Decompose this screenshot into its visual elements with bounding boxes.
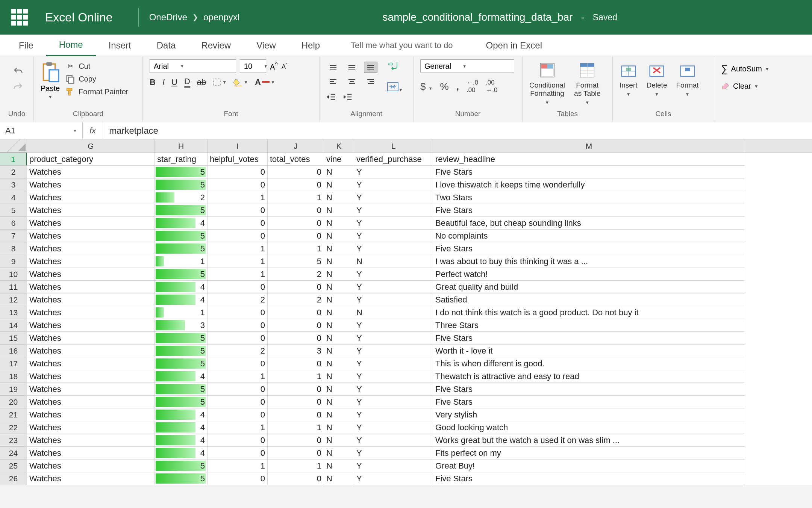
open-in-excel[interactable]: Open in Excel [471, 35, 557, 56]
clear-button[interactable]: Clear▼ [721, 82, 759, 91]
name-box[interactable]: A1▼ [0, 122, 83, 139]
cell[interactable]: Watches [27, 204, 155, 217]
row-header[interactable]: 24 [0, 447, 27, 460]
format-painter-button[interactable]: Format Painter [65, 86, 128, 97]
cell[interactable]: 1 [208, 460, 268, 472]
font-name-select[interactable]: Arial▼ [150, 59, 236, 73]
cell[interactable]: Great quality and build [433, 281, 745, 293]
cell[interactable]: Y [354, 434, 433, 447]
cell[interactable]: 0 [208, 217, 268, 230]
cell[interactable]: Very stylish [433, 408, 745, 421]
cell[interactable]: 2 [155, 191, 208, 204]
shrink-font-icon[interactable]: Aˇ [282, 62, 287, 70]
cell[interactable]: Watches [27, 408, 155, 421]
cell[interactable]: Watches [27, 370, 155, 383]
cell[interactable]: N [324, 230, 354, 242]
cell[interactable]: 0 [268, 178, 324, 191]
cell[interactable]: 5 [155, 332, 208, 345]
cell[interactable]: N [324, 434, 354, 447]
cell[interactable]: N [324, 319, 354, 332]
cell[interactable]: 0 [268, 396, 324, 408]
row-header[interactable]: 10 [0, 268, 27, 281]
italic-button[interactable]: I [162, 77, 165, 87]
cell[interactable]: N [324, 345, 354, 357]
conditional-formatting-button[interactable]: Conditional Formatting ▼ [529, 62, 565, 105]
cell[interactable]: Watches [27, 293, 155, 306]
cell[interactable]: Five Stars [433, 204, 745, 217]
cell[interactable]: Five Stars [433, 396, 745, 408]
cell[interactable]: Y [354, 421, 433, 434]
cell[interactable]: 1 [208, 191, 268, 204]
row-header[interactable]: 7 [0, 230, 27, 242]
cell[interactable]: Y [354, 281, 433, 293]
cell[interactable]: No complaints [433, 230, 745, 242]
tab-help[interactable]: Help [289, 35, 333, 56]
redo-icon[interactable] [13, 82, 23, 92]
cell[interactable]: I do not think this watch is a good prod… [433, 306, 745, 319]
align-top-icon[interactable] [326, 62, 340, 73]
breadcrumb-folder[interactable]: openpyxl [203, 12, 239, 23]
cell[interactable]: N [324, 370, 354, 383]
row-header[interactable]: 25 [0, 460, 27, 472]
grow-font-icon[interactable]: A^ [270, 61, 278, 71]
row-header[interactable]: 26 [0, 472, 27, 485]
tab-data[interactable]: Data [144, 35, 189, 56]
increase-decimal-button[interactable]: ←.0.00 [467, 79, 478, 94]
cell[interactable]: N [324, 383, 354, 396]
cell[interactable]: This is when different is good. [433, 357, 745, 370]
cell[interactable]: Watches [27, 357, 155, 370]
cell[interactable]: Watches [27, 281, 155, 293]
row-header[interactable]: 8 [0, 242, 27, 255]
align-bottom-icon[interactable] [364, 62, 377, 73]
cell[interactable]: Watches [27, 217, 155, 230]
cell[interactable]: 0 [208, 230, 268, 242]
row-header[interactable]: 19 [0, 383, 27, 396]
cell[interactable]: Y [354, 178, 433, 191]
cell[interactable]: 0 [208, 306, 268, 319]
cell[interactable]: 0 [268, 319, 324, 332]
align-left-icon[interactable] [326, 76, 340, 87]
row-header[interactable]: 20 [0, 396, 27, 408]
copy-button[interactable]: Copy [65, 74, 128, 84]
cell[interactable]: 3 [155, 319, 208, 332]
cell[interactable]: 0 [268, 434, 324, 447]
row-header[interactable]: 4 [0, 191, 27, 204]
tell-me-search[interactable]: Tell me what you want to do [333, 35, 471, 56]
decrease-indent-icon[interactable] [326, 92, 337, 102]
row-header[interactable]: 14 [0, 319, 27, 332]
row-header[interactable]: 12 [0, 293, 27, 306]
cell[interactable]: Watches [27, 319, 155, 332]
cell[interactable]: Y [354, 217, 433, 230]
cell[interactable]: 1 [155, 255, 208, 268]
cell[interactable]: Worth it - love it [433, 345, 745, 357]
row-header[interactable]: 15 [0, 332, 27, 345]
cell[interactable]: Five Stars [433, 166, 745, 178]
cell[interactable]: N [324, 191, 354, 204]
cell[interactable]: Watches [27, 191, 155, 204]
cell[interactable]: 0 [268, 332, 324, 345]
cell[interactable]: Y [354, 268, 433, 281]
cell[interactable]: 4 [155, 370, 208, 383]
cell[interactable]: N [324, 421, 354, 434]
cell[interactable]: 2 [208, 345, 268, 357]
cell[interactable]: 1 [268, 370, 324, 383]
strikethrough-button[interactable]: ab [197, 77, 206, 87]
cell[interactable]: Watches [27, 230, 155, 242]
cell[interactable]: 0 [268, 408, 324, 421]
cell[interactable]: Watches [27, 472, 155, 485]
row-header[interactable]: 18 [0, 370, 27, 383]
decrease-decimal-button[interactable]: .00→.0 [486, 79, 497, 94]
cell[interactable]: Y [354, 383, 433, 396]
cell[interactable]: 4 [155, 217, 208, 230]
cell[interactable]: 2 [268, 268, 324, 281]
cell[interactable]: 0 [268, 204, 324, 217]
cell[interactable]: helpful_votes [208, 153, 268, 166]
cell[interactable]: N [354, 306, 433, 319]
spreadsheet-grid[interactable]: GHIJKLM 1product_categorystar_ratinghelp… [0, 139, 812, 485]
cell[interactable]: Three Stars [433, 319, 745, 332]
cell[interactable]: verified_purchase [354, 153, 433, 166]
row-header[interactable]: 16 [0, 345, 27, 357]
cell[interactable]: 0 [208, 396, 268, 408]
cell[interactable]: 0 [268, 447, 324, 460]
row-header[interactable]: 17 [0, 357, 27, 370]
